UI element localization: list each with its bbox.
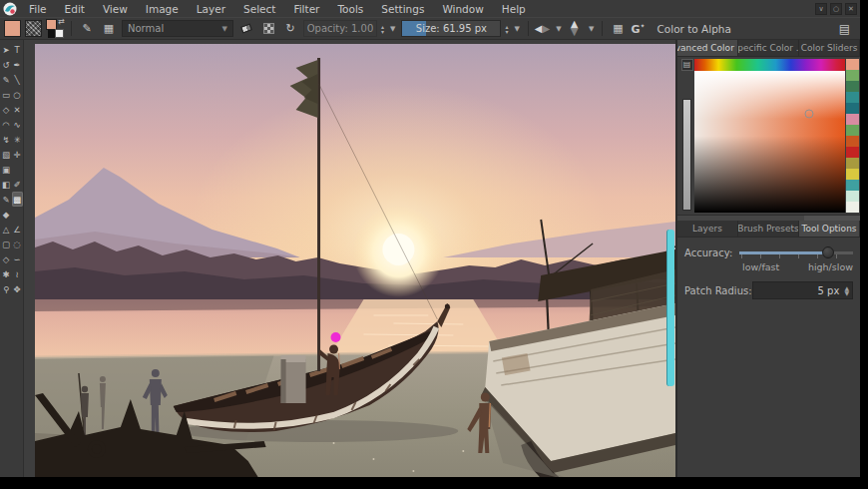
measure-tool[interactable]: ∠	[12, 222, 23, 237]
mirror-horizontal-chevron-icon[interactable]: ▼	[554, 25, 563, 33]
hue-bar[interactable]	[694, 59, 845, 71]
ellipse-tool[interactable]: ○	[12, 87, 23, 102]
tab-brush-presets[interactable]: Brush Presets	[738, 221, 799, 237]
size-options-chevron-icon[interactable]: ▼	[512, 25, 521, 33]
recent-color-swatch[interactable]	[846, 136, 859, 147]
menu-view[interactable]: View	[94, 2, 137, 16]
canvas-painting[interactable]	[35, 44, 675, 477]
tab-advanced-color-s[interactable]: Advanced Color S...	[677, 40, 738, 56]
rect-select-tool[interactable]: ▢	[1, 237, 12, 251]
pattern-swatch[interactable]	[25, 20, 42, 37]
calligraphy-tool[interactable]: ✒	[12, 57, 23, 72]
menu-filter[interactable]: Filter	[284, 2, 328, 16]
size-slider[interactable]: Size: 61.95 px	[401, 20, 501, 37]
transform-select-tool[interactable]: ➤	[1, 42, 12, 57]
pan-tool[interactable]: ✥	[12, 281, 23, 296]
menu-tools[interactable]: Tools	[328, 2, 372, 16]
menu-image[interactable]: Image	[137, 2, 188, 16]
recent-color-swatch[interactable]	[846, 125, 859, 136]
accuracy-slider[interactable]	[739, 246, 853, 259]
freehand-brush-tool[interactable]: ✎	[1, 72, 12, 87]
bezier-select-tool[interactable]: ≀	[12, 266, 23, 281]
edit-shapes-tool[interactable]: ↺	[1, 57, 12, 72]
tab-color-sliders[interactable]: Color Sliders	[799, 40, 860, 56]
text-tool[interactable]: T	[12, 42, 23, 57]
saturation-value-box[interactable]	[694, 71, 845, 213]
edit-brush-settings-icon[interactable]: ✎	[78, 20, 96, 38]
freehand-select-tool[interactable]: ∽	[12, 251, 23, 266]
menu-help[interactable]: Help	[493, 2, 535, 16]
advanced-color-selector[interactable]: ▤	[677, 57, 860, 215]
colorize-mask-tool[interactable]: ✎	[1, 192, 12, 207]
recent-color-swatch[interactable]	[846, 92, 859, 103]
recent-color-swatch[interactable]	[846, 81, 859, 92]
recent-color-swatch[interactable]	[846, 70, 859, 81]
bezier-curve-tool[interactable]: ◠	[1, 117, 12, 132]
crop-tool[interactable]: ▣	[1, 162, 12, 177]
recent-color-swatch[interactable]	[846, 114, 859, 125]
color-sampler-tool[interactable]: ✐	[12, 177, 23, 192]
selector-settings-icon[interactable]: ▤	[681, 59, 693, 71]
multibrush-tool[interactable]: ✳	[12, 132, 23, 147]
transform-tool[interactable]: ▧	[1, 147, 12, 162]
canvas-vertical-scrollbar[interactable]	[666, 230, 674, 386]
minimize-button[interactable]: ∨	[815, 3, 827, 15]
recent-color-swatch[interactable]	[846, 169, 859, 180]
value-slider[interactable]	[682, 99, 691, 211]
menu-settings[interactable]: Settings	[372, 2, 433, 16]
recent-color-swatch[interactable]	[846, 147, 859, 158]
polyline-tool[interactable]: ✕	[12, 102, 23, 117]
blending-mode-dropdown[interactable]: Normal ▼	[122, 20, 233, 37]
tab-specific-color[interactable]: Specific Color ...	[738, 40, 799, 56]
choose-workspace-icon[interactable]: ▤	[833, 22, 856, 36]
tab-tool-options[interactable]: Tool Options	[799, 221, 860, 237]
recent-color-swatch[interactable]	[846, 59, 859, 70]
menu-file[interactable]: File	[20, 2, 56, 16]
recent-color-swatch[interactable]	[846, 202, 859, 213]
patch-radius-spin-arrows[interactable]: ▲▼	[844, 285, 849, 295]
swap-colors-icon[interactable]: ⇄	[58, 17, 65, 26]
mirror-vertical-chevron-icon[interactable]: ▼	[587, 25, 596, 33]
fill-tool[interactable]: ◆	[1, 207, 12, 222]
default-colors-square[interactable]	[55, 29, 64, 38]
gradient-tool[interactable]: ◧	[1, 177, 12, 192]
move-tool[interactable]: ✛	[12, 147, 23, 162]
menu-edit[interactable]: Edit	[56, 2, 94, 16]
tab-layers[interactable]: Layers	[677, 221, 738, 237]
maximize-button[interactable]: ○	[830, 3, 842, 15]
fg-bg-color-widget[interactable]: ⇄	[46, 19, 65, 38]
opacity-spin-arrows[interactable]: ▴▾	[381, 24, 384, 34]
zoom-tool[interactable]: ⚲	[1, 281, 12, 296]
line-tool[interactable]: ╲	[12, 72, 23, 87]
size-spin-arrows[interactable]: ▴▾	[505, 24, 508, 34]
brush-presets-icon[interactable]: ▦	[100, 20, 118, 38]
recent-color-swatch[interactable]	[846, 180, 859, 191]
canvas-region[interactable]	[24, 40, 675, 477]
mirror-horizontal-icon[interactable]: ◀▶	[535, 23, 550, 34]
recent-color-swatch[interactable]	[846, 103, 859, 114]
menu-select[interactable]: Select	[234, 2, 284, 16]
close-button[interactable]: ✕	[845, 3, 857, 15]
wrap-around-mode-icon[interactable]: ▦	[609, 20, 627, 38]
freehand-path-tool[interactable]: ∿	[12, 117, 23, 132]
patch-radius-spinbox[interactable]: 5 px ▲▼	[752, 281, 853, 299]
menu-window[interactable]: Window	[433, 2, 492, 16]
opacity-slider[interactable]: Opacity: 1.00	[303, 20, 377, 37]
eraser-mode-icon[interactable]	[237, 20, 255, 38]
mirror-vertical-icon[interactable]: ◀▶	[570, 21, 581, 36]
similar-select-tool[interactable]: ✱	[1, 266, 12, 281]
recent-color-swatch[interactable]	[846, 191, 859, 202]
smart-patch-tool[interactable]: ▩	[12, 192, 23, 207]
assistants-tool[interactable]: △	[1, 222, 12, 237]
menu-layer[interactable]: Layer	[188, 2, 234, 16]
rectangle-tool[interactable]: ▭	[1, 87, 12, 102]
gmic-icon[interactable]: G✦	[631, 22, 645, 36]
opacity-options-chevron-icon[interactable]: ▼	[388, 25, 397, 33]
reload-preset-icon[interactable]: ↻	[281, 20, 299, 38]
accuracy-handle[interactable]	[822, 246, 834, 258]
dynamic-brush-tool[interactable]: ↯	[1, 132, 12, 147]
preserve-alpha-icon[interactable]	[259, 20, 277, 38]
polygon-select-tool[interactable]: ◇	[1, 251, 12, 266]
polygon-tool[interactable]: ◇	[1, 102, 12, 117]
ellipse-select-tool[interactable]: ◌	[12, 237, 23, 251]
